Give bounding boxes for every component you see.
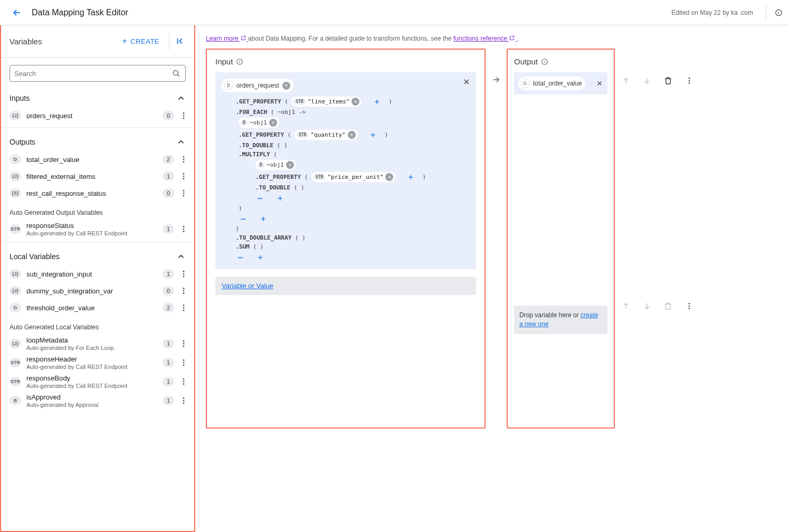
more-options[interactable]: [177, 268, 190, 280]
remove-step-button[interactable]: −: [239, 214, 248, 223]
clear-input-button[interactable]: [462, 78, 471, 86]
back-button[interactable]: [6, 2, 27, 23]
clear-output-button[interactable]: [596, 80, 603, 87]
trash-icon: [663, 301, 673, 311]
svg-point-37: [183, 383, 185, 385]
type-badge: {J}: [9, 286, 21, 296]
svg-point-14: [183, 190, 185, 192]
create-variable-button[interactable]: + CREATE: [117, 34, 165, 49]
search-variables[interactable]: [9, 65, 186, 82]
variable-row[interactable]: D total_order_value 2: [1, 151, 194, 168]
variable-name: loopMetadata: [26, 336, 163, 344]
variable-row[interactable]: STR responseStatus Auto-generated by Cal…: [1, 220, 194, 239]
type-icon: D: [241, 120, 248, 126]
variable-name: total_order_value: [26, 156, 163, 164]
section-title: Outputs: [9, 138, 176, 146]
add-step-button[interactable]: +: [259, 214, 268, 223]
collapse-sidebar-button[interactable]: [169, 33, 186, 50]
svg-point-47: [689, 78, 690, 79]
foreach-arrow: ( ~obj1 ->: [271, 109, 306, 116]
variable-row[interactable]: D threshold_order_value 2: [1, 299, 194, 316]
string-arg[interactable]: STR "line_items" ×: [291, 97, 362, 107]
variable-row[interactable]: B isApproved Auto-generated by Approval …: [1, 391, 194, 410]
obj-label: ~obj1: [250, 119, 267, 126]
row-more-button[interactable]: [683, 300, 695, 312]
string-value: "quantity": [310, 131, 345, 138]
fn-for-each: .FOR_EACH: [236, 109, 268, 116]
usage-count: 0: [163, 188, 174, 198]
more-options[interactable]: [177, 170, 190, 183]
add-step-button[interactable]: +: [255, 252, 265, 262]
remove-chip-button[interactable]: ×: [385, 173, 393, 181]
more-options[interactable]: [177, 284, 190, 297]
remove-step-button[interactable]: −: [255, 193, 265, 203]
delete-row-button[interactable]: [662, 75, 674, 87]
more-options[interactable]: [177, 337, 190, 350]
arrow-back-icon: [12, 7, 22, 18]
functions-reference-link[interactable]: functions reference: [453, 35, 517, 42]
output-drop-placeholder[interactable]: Drop variable here or create a new one: [514, 306, 607, 334]
obj-ref[interactable]: D ~obj1 ×: [255, 160, 296, 170]
sidebar-title: Variables: [9, 37, 117, 46]
remove-chip-button[interactable]: ×: [282, 82, 290, 90]
variable-or-value-link[interactable]: Variable or Value: [222, 282, 273, 290]
variable-row[interactable]: STR responseHeader Auto-generated by Cal…: [1, 353, 194, 372]
remove-step-button[interactable]: −: [236, 252, 245, 262]
more-options[interactable]: [177, 109, 190, 122]
more-options[interactable]: [177, 223, 190, 235]
string-arg[interactable]: STR "price_per_unit" ×: [311, 172, 395, 182]
variable-row[interactable]: {J} sub_integration_input 1: [1, 265, 194, 282]
delete-row-button[interactable]: [662, 300, 674, 312]
move-down-button[interactable]: [641, 300, 653, 312]
add-arg-button[interactable]: +: [368, 130, 378, 140]
output-variable-chip[interactable]: D total_order_value: [518, 77, 585, 90]
move-down-button[interactable]: [641, 75, 653, 87]
remove-chip-button[interactable]: ×: [348, 131, 356, 139]
variable-name: responseStatus: [26, 222, 163, 230]
more-options[interactable]: [177, 394, 190, 407]
variable-row[interactable]: STR responseBody Auto-generated by Call …: [1, 372, 194, 391]
learn-more-link[interactable]: Learn more: [206, 35, 248, 42]
variable-row[interactable]: {J} loopMetadata Auto-generated by For E…: [1, 334, 194, 353]
remove-chip-button[interactable]: ×: [269, 119, 277, 127]
add-input-placeholder[interactable]: Variable or Value: [215, 277, 476, 295]
variable-row[interactable]: {J} dummy_sub_integration_var 0: [1, 282, 194, 299]
search-input[interactable]: [14, 70, 172, 78]
svg-point-30: [183, 343, 185, 345]
output-panel-title: Output: [514, 57, 607, 66]
section-outputs-header[interactable]: Outputs: [1, 131, 194, 151]
svg-point-23: [183, 288, 185, 289]
variable-row[interactable]: {J} filtered_external_items 1: [1, 168, 194, 185]
row-more-button[interactable]: [683, 75, 695, 87]
add-arg-button[interactable]: +: [406, 173, 415, 182]
variable-name: sub_integration_input: [26, 270, 163, 278]
move-up-button[interactable]: [620, 300, 632, 312]
variable-row[interactable]: {J} orders_request 0: [1, 107, 194, 124]
obj-ref[interactable]: D ~obj1 ×: [239, 118, 279, 128]
add-step-button[interactable]: +: [275, 193, 285, 203]
svg-point-25: [183, 292, 185, 294]
more-vert-icon: [685, 77, 693, 85]
output-variable-box[interactable]: D total_order_value: [514, 72, 607, 94]
section-locals-header[interactable]: Local Variables: [1, 245, 194, 265]
remove-chip-button[interactable]: ×: [351, 98, 359, 106]
info-button[interactable]: [766, 4, 783, 21]
more-options[interactable]: [177, 187, 190, 200]
svg-point-22: [183, 276, 185, 277]
move-up-button[interactable]: [620, 75, 632, 87]
remove-chip-button[interactable]: ×: [286, 161, 294, 169]
root-variable-chip[interactable]: D orders_request ×: [222, 79, 293, 92]
variable-row[interactable]: [S] rest_call_response_status 0: [1, 185, 194, 202]
input-expression[interactable]: D orders_request × .GET_PROPERTY ( STR "…: [215, 72, 476, 269]
collapse-left-icon: [175, 36, 185, 46]
more-options[interactable]: [177, 301, 190, 314]
more-options[interactable]: [177, 356, 190, 369]
trash-icon: [663, 76, 673, 86]
svg-point-13: [183, 178, 185, 179]
section-inputs-header[interactable]: Inputs: [1, 87, 194, 107]
more-options[interactable]: [177, 153, 190, 166]
more-vert-icon: [179, 287, 188, 295]
string-arg[interactable]: STR "quantity" ×: [294, 130, 358, 140]
more-options[interactable]: [177, 375, 190, 388]
add-arg-button[interactable]: +: [372, 97, 382, 107]
